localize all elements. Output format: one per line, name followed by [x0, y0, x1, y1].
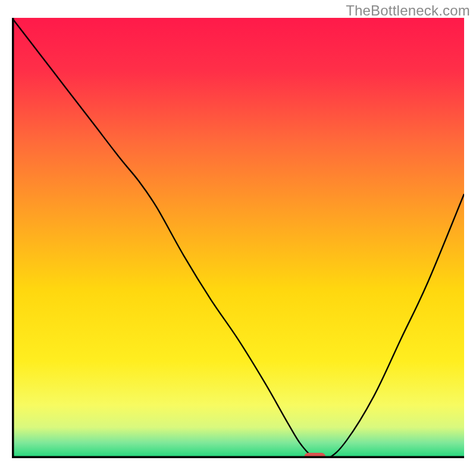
- plot-area: [12, 18, 464, 458]
- watermark-label: TheBottleneck.com: [346, 2, 470, 19]
- gradient-background: [12, 18, 464, 458]
- chart-svg: [12, 18, 464, 458]
- chart-container: TheBottleneck.com: [0, 0, 476, 476]
